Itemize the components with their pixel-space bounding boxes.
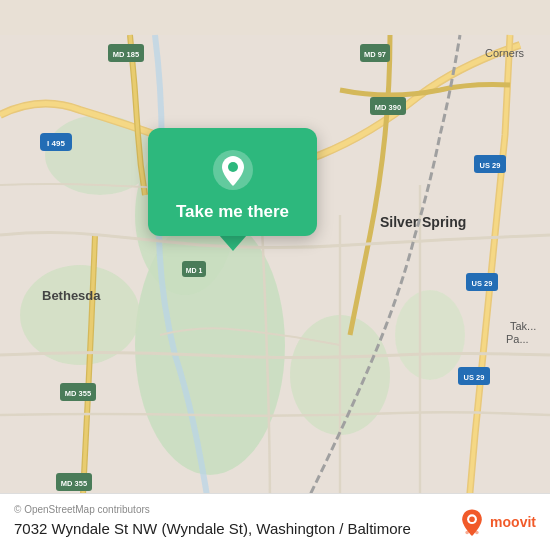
svg-text:US 29: US 29 [464, 373, 485, 382]
svg-text:MD 390: MD 390 [375, 103, 401, 112]
svg-point-3 [20, 265, 140, 365]
svg-text:US 29: US 29 [480, 161, 501, 170]
moovit-text: moovit [490, 514, 536, 530]
copyright-label: © OpenStreetMap contributors [14, 504, 150, 515]
location-popup: Take me there [148, 128, 317, 251]
svg-point-39 [475, 531, 479, 535]
take-me-there-button[interactable]: Take me there [176, 202, 289, 222]
svg-point-38 [465, 531, 469, 535]
svg-text:Silver Spring: Silver Spring [380, 214, 466, 230]
popup-arrow [219, 235, 247, 251]
svg-text:US 29: US 29 [472, 279, 493, 288]
map-background: I 495 I 495 MD 185 MD 97 MD 390 US 29 US… [0, 0, 550, 550]
svg-text:MD 185: MD 185 [113, 50, 139, 59]
svg-text:MD 355: MD 355 [65, 389, 91, 398]
map-container: I 495 I 495 MD 185 MD 97 MD 390 US 29 US… [0, 0, 550, 550]
bottom-bar: © OpenStreetMap contributors 7032 Wyndal… [0, 493, 550, 551]
svg-point-35 [228, 162, 238, 172]
address-text: 7032 Wyndale St NW (Wyndale St), Washing… [14, 519, 411, 539]
location-pin-icon [211, 148, 255, 192]
svg-point-37 [469, 516, 475, 522]
moovit-logo: moovit [458, 508, 536, 536]
svg-point-5 [395, 290, 465, 380]
svg-text:MD 1: MD 1 [186, 267, 203, 274]
svg-text:Bethesda: Bethesda [42, 288, 101, 303]
svg-text:Tak...: Tak... [510, 320, 536, 332]
svg-text:I 495: I 495 [47, 139, 65, 148]
svg-text:MD 97: MD 97 [364, 50, 386, 59]
moovit-icon [458, 508, 486, 536]
svg-text:Corners: Corners [485, 47, 525, 59]
svg-text:MD 355: MD 355 [61, 479, 87, 488]
popup-box: Take me there [148, 128, 317, 236]
svg-text:Pa...: Pa... [506, 333, 529, 345]
